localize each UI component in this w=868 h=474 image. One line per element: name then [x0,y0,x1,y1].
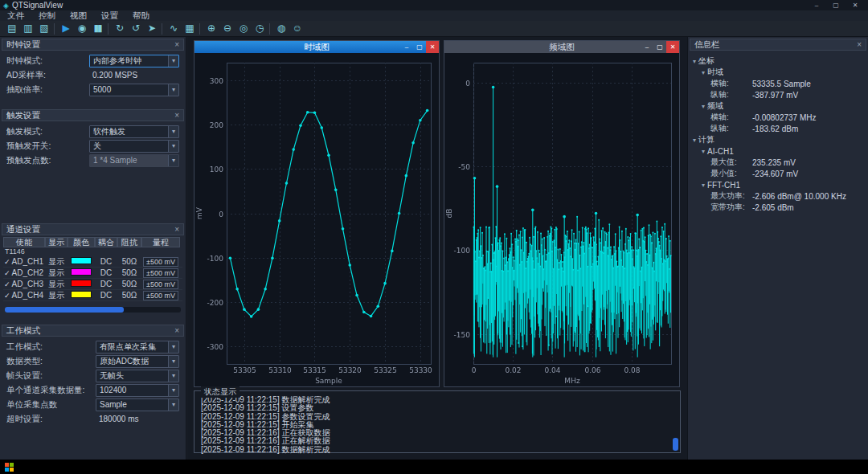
enable-checkbox[interactable]: ✓ [4,258,10,266]
channel-color-swatch[interactable] [71,280,92,287]
close-icon[interactable]: ✕ [666,41,679,53]
tree-node[interactable]: ▾FFT-CH1 [690,179,866,190]
tree-node[interactable]: ▾AI-CH1 [690,145,866,157]
range-select[interactable]: ±500 mV [143,268,178,278]
menu-item-4[interactable]: 帮助 [125,10,157,21]
tree-node[interactable]: ▾频域 [690,100,866,112]
open-icon[interactable]: ▥ [19,21,35,36]
collapse-arrow-icon[interactable]: ▾ [693,58,696,65]
frequency-domain-plot[interactable] [444,53,679,386]
impedance-value[interactable]: 50Ω [117,280,141,288]
record-icon[interactable]: ◉ [73,21,89,36]
display-toggle[interactable]: 显示 [45,290,68,301]
close-icon[interactable]: ✕ [426,41,439,53]
enable-checkbox[interactable]: ✓ [4,269,10,277]
sync-icon[interactable]: ↺ [127,21,143,36]
globe-icon[interactable]: ◍ [272,21,289,36]
hscroll-thumb[interactable] [5,307,124,313]
timer-icon[interactable]: ◷ [251,21,267,36]
frequency-domain-titlebar[interactable]: 频域图 – ▢ ✕ [444,41,679,53]
waveform-icon[interactable]: ∿ [165,21,181,36]
display-toggle[interactable]: 显示 [45,268,68,279]
impedance-value[interactable]: 50Ω [117,291,141,300]
window-minimize-button[interactable]: – [807,2,826,9]
export-icon[interactable]: ▧ [35,21,51,36]
frame-header-select[interactable]: 无帧头▾ [96,370,179,382]
minimize-icon[interactable]: – [641,41,653,53]
chevron-down-icon[interactable]: ▾ [168,84,178,96]
coupling-value[interactable]: DC [95,257,117,266]
channel-color-swatch[interactable] [71,257,92,264]
chevron-down-icon[interactable]: ▾ [168,155,178,166]
chevron-down-icon[interactable]: ▾ [168,141,178,152]
display-toggle[interactable]: 显示 [45,256,68,268]
windows-start-button[interactable] [5,463,14,472]
coupling-value[interactable]: DC [95,280,117,288]
time-domain-titlebar[interactable]: 时域图 – ▢ ✕ [194,41,439,53]
range-select[interactable]: ±500 mV [143,280,178,289]
channel-color-swatch[interactable] [71,268,92,276]
pretrigger-switch-select[interactable]: 关▾ [89,140,179,153]
clock-mode-select[interactable]: 内部参考时钟▾ [89,55,179,67]
close-icon[interactable]: × [174,326,179,335]
collapse-arrow-icon[interactable]: ▾ [702,182,705,189]
menu-item-2[interactable]: 视图 [63,10,94,21]
chevron-down-icon[interactable]: ▾ [168,55,178,67]
collapse-arrow-icon[interactable]: ▾ [702,69,705,76]
power-icon[interactable]: ◎ [235,21,251,36]
chevron-down-icon[interactable]: ▾ [168,370,178,382]
window-maximize-button[interactable]: ▢ [826,2,845,9]
trigger-mode-select[interactable]: 软件触发▾ [89,125,179,138]
channel-grid-icon[interactable]: ▦ [181,21,197,36]
play-icon[interactable]: ▶ [57,21,73,36]
pretrigger-points-select[interactable]: 1 *4 Sample▾ [89,154,179,167]
channel-color-swatch[interactable] [71,291,92,298]
decimation-select[interactable]: 5000▾ [89,84,179,96]
impedance-value[interactable]: 50Ω [117,268,141,277]
send-icon[interactable]: ➤ [143,21,159,36]
chevron-down-icon[interactable]: ▾ [168,126,178,137]
samples-per-channel-select[interactable]: 102400▾ [96,384,179,397]
menu-item-3[interactable]: 设置 [94,10,125,21]
status-vscroll-thumb[interactable] [673,438,678,451]
range-select[interactable]: ±500 mV [143,257,178,267]
work-mode-select[interactable]: 有限点单次采集▾ [96,341,179,353]
zoom-in-icon[interactable]: ⊕ [203,21,219,36]
sample-unit-select[interactable]: Sample▾ [96,398,179,411]
collapse-arrow-icon[interactable]: ▾ [702,148,705,155]
save-icon[interactable]: ▤ [3,21,19,36]
impedance-value[interactable]: 50Ω [117,257,141,266]
enable-checkbox[interactable]: ✓ [4,280,10,288]
close-icon[interactable]: × [174,111,179,120]
enable-checkbox[interactable]: ✓ [4,292,10,300]
collapse-arrow-icon[interactable]: ▾ [702,103,705,110]
zoom-out-icon[interactable]: ⊖ [219,21,235,36]
minimize-icon[interactable]: – [400,41,413,53]
collapse-arrow-icon[interactable]: ▾ [693,137,696,144]
user-icon[interactable]: ☺ [289,21,305,36]
menu-item-1[interactable]: 控制 [31,10,63,21]
close-icon[interactable]: × [174,225,179,234]
tree-node[interactable]: ▾坐标 [690,55,866,67]
chevron-down-icon[interactable]: ▾ [168,356,178,367]
time-domain-plot[interactable] [194,53,439,386]
pause-icon[interactable]: ▮▮ [89,21,105,36]
restore-icon[interactable]: ▢ [653,41,666,53]
data-type-select[interactable]: 原始ADC数据▾ [96,355,179,368]
restore-icon[interactable]: ▢ [413,41,426,53]
chevron-down-icon[interactable]: ▾ [168,385,178,396]
coupling-value[interactable]: DC [95,268,117,277]
tree-node[interactable]: ▾时域 [690,67,866,78]
channel-table-hscrollbar[interactable] [5,307,181,313]
coupling-value[interactable]: DC [95,291,117,300]
refresh-icon[interactable]: ↻ [111,21,127,36]
close-icon[interactable]: × [857,40,862,49]
display-toggle[interactable]: 显示 [45,279,68,290]
window-close-button[interactable]: ✕ [845,2,865,9]
chevron-down-icon[interactable]: ▾ [168,399,178,411]
menu-item-0[interactable]: 文件 [0,10,31,21]
range-select[interactable]: ±500 mV [143,291,178,300]
tree-node[interactable]: ▾计算 [690,134,866,145]
chevron-down-icon[interactable]: ▾ [168,341,178,353]
close-icon[interactable]: × [174,40,179,49]
